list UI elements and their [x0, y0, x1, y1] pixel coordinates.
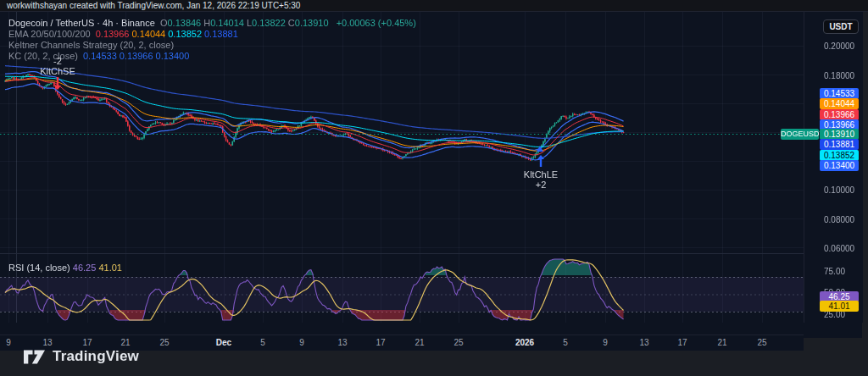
- rsi-label: RSI (14, close): [8, 263, 70, 273]
- time-tick-label: 25: [453, 338, 463, 347]
- time-tick-label: 13: [337, 338, 347, 347]
- time-tick-label: 13: [639, 338, 648, 347]
- kc-label: KC (20, 2, close): [8, 51, 78, 61]
- ema-values: 0.139660.140440.138520.13881: [96, 29, 241, 39]
- kc-value: 0.13966: [120, 51, 153, 61]
- tradingview-logo-text: TradingView: [53, 348, 139, 365]
- time-tick-label: 25: [757, 338, 766, 347]
- time-tick-label: 5: [260, 338, 265, 347]
- time-tick-label: 5: [563, 338, 568, 347]
- ohlc-val: 0.14014: [210, 18, 244, 28]
- kc-legend-row[interactable]: KC (20, 2, close) 0.145330.139660.13400: [8, 51, 419, 62]
- rsi-value: 46.25: [73, 263, 97, 273]
- ohlc-key: C: [288, 18, 295, 28]
- currency-toggle-button[interactable]: USDT: [823, 19, 859, 34]
- time-tick-label: 9: [6, 338, 11, 347]
- tradingview-logo-icon: [23, 347, 46, 367]
- time-tick-label: 2026: [515, 338, 534, 347]
- symbol-legend-row[interactable]: Dogecoin / TetherUS · 4h · Binance O0.13…: [8, 18, 419, 29]
- ema-value: 0.13966: [96, 29, 130, 39]
- ohlc-val: 0.13822: [252, 18, 286, 28]
- ohlc-val: 0.13846: [167, 18, 201, 28]
- symbol-title: Dogecoin / TetherUS · 4h · Binance: [8, 18, 155, 28]
- price-scale[interactable]: [804, 12, 863, 323]
- attribution-bar: workwithshayan created with TradingView.…: [0, 0, 868, 12]
- rsi-legend-row[interactable]: RSI (14, close) 46.25 41.01: [8, 263, 122, 274]
- ema-value: 0.14044: [131, 29, 165, 39]
- time-tick-label: 17: [376, 338, 385, 347]
- legend: Dogecoin / TetherUS · 4h · Binance O0.13…: [8, 18, 419, 62]
- ohlc-val: 0.13910: [295, 18, 329, 28]
- ema-legend-row[interactable]: EMA 20/50/100/200 0.139660.140440.138520…: [8, 29, 419, 40]
- ohlc-values: O0.13846H0.14014L0.13822C0.13910: [160, 18, 331, 28]
- time-tick-label: 9: [299, 338, 304, 347]
- ema-label: EMA 20/50/100/200: [8, 29, 91, 39]
- kc-value: 0.14533: [83, 51, 117, 61]
- tradingview-logo[interactable]: TradingView: [23, 344, 139, 369]
- time-tick-label: 9: [603, 338, 608, 347]
- kc-value: 0.13400: [156, 51, 190, 61]
- ema-value: 0.13852: [168, 29, 202, 39]
- strategy-label: Keltner Channels Strategy (20, 2, close): [8, 40, 174, 50]
- time-tick-label: 17: [677, 338, 687, 347]
- ohlc-key: H: [203, 18, 210, 28]
- time-tick-label: 21: [415, 338, 424, 347]
- ema-value: 0.13881: [204, 29, 238, 39]
- attribution-text: workwithshayan created with TradingView.…: [7, 1, 300, 10]
- change-value: +0.00063 (+0.45%): [337, 18, 416, 28]
- time-tick-label: 25: [159, 338, 169, 347]
- time-tick-label: Dec: [216, 338, 231, 347]
- rsi-ma-value: 41.01: [98, 263, 122, 273]
- kc-values: 0.145330.139660.13400: [83, 51, 192, 61]
- strategy-legend-row[interactable]: Keltner Channels Strategy (20, 2, close): [8, 40, 419, 51]
- time-tick-label: 21: [717, 338, 726, 347]
